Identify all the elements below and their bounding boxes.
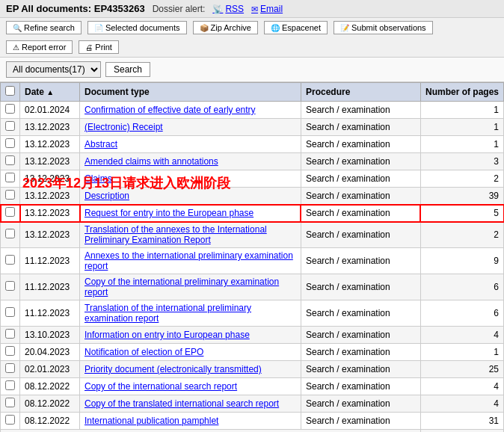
row-doc-type: Request for entry into the European phas… [80,205,301,222]
row-doc-type: Notification of election of EPO [80,344,301,361]
row-checkbox[interactable] [5,307,15,317]
search-button[interactable]: Search [105,62,150,77]
doc-link[interactable]: Copy of the translated international sea… [84,398,279,409]
header-procedure: Procedure [301,83,420,102]
row-pages: 4 [420,327,503,344]
submit-icon [340,23,349,32]
header-pages: Number of pages [420,83,503,102]
doc-link[interactable]: Amended claims with annotations [84,156,218,167]
row-date: 02.01.2023 [20,361,80,378]
doc-link[interactable]: International publication pamphlet [84,416,218,426]
email-link[interactable]: Email [251,4,283,14]
row-doc-type: Copy of the international search report [80,378,301,395]
row-checkbox[interactable] [5,155,15,165]
doc-link[interactable]: Translation of the annexes to the Intern… [84,224,267,245]
row-procedure: Search / examination [301,413,420,430]
row-pages: 1 [420,102,503,119]
row-checkbox[interactable] [5,281,15,291]
row-checkbox[interactable] [5,190,15,200]
row-checkbox[interactable] [5,207,15,217]
email-icon [251,4,258,14]
row-procedure: Search / examination [301,361,420,378]
row-date: 08.12.2022 [20,378,80,395]
print-button[interactable]: Print [79,40,119,54]
table-row: 13.12.2023 (Electronic) Receipt Search /… [1,119,504,136]
row-date: 13.12.2023 [20,222,80,248]
doc-link[interactable]: (Electronic) Receipt [84,122,163,132]
row-date: 13.10.2023 [20,327,80,344]
row-checkbox[interactable] [5,173,15,182]
doc-link[interactable]: Request for entry into the European phas… [84,208,253,218]
row-checkbox[interactable] [5,138,15,148]
rss-icon [212,4,223,14]
doc-link[interactable]: Translation of the international prelimi… [84,303,251,324]
table-row: 08.12.2022 International publication pam… [1,413,504,430]
row-procedure: Search / examination [301,327,420,344]
row-checkbox-cell [1,395,20,413]
row-checkbox[interactable] [5,329,15,339]
table-row: 13.12.2023 Claims Search / examination 2 [1,170,504,188]
table-row: 11.12.2023 Copy of the international pre… [1,274,504,300]
doc-link[interactable]: Notification of election of EPO [84,347,203,357]
select-all-checkbox[interactable] [5,86,15,96]
row-checkbox[interactable] [5,346,15,356]
doc-link[interactable]: Description [84,191,129,201]
row-doc-type: Translation of the international prelimi… [80,300,301,327]
row-checkbox[interactable] [5,255,15,265]
row-checkbox-cell [1,119,20,136]
table-row: 13.12.2023 Amended claims with annotatio… [1,153,504,170]
row-checkbox[interactable] [5,398,15,407]
row-checkbox[interactable] [5,415,15,425]
rss-link[interactable]: RSS [212,4,244,14]
row-checkbox-cell [1,222,20,248]
toolbar: Refine search Selected documents Zip Arc… [0,18,504,58]
doc-link[interactable]: Information on entry into European phase [84,330,250,340]
doc-link[interactable]: Priority document (electronically transm… [84,364,262,374]
row-pages: 2 [420,222,503,248]
header-checkbox-col [1,83,20,102]
row-checkbox-cell [1,378,20,395]
row-checkbox-cell [1,413,20,430]
row-doc-type: Abstract [80,136,301,153]
row-procedure: Search / examination [301,378,420,395]
row-procedure: Search / examination [301,119,420,136]
doc-link[interactable]: Abstract [84,139,117,149]
row-doc-type: Annexes to the international preliminary… [80,248,301,274]
row-checkbox[interactable] [5,104,15,114]
page-container: EP All documents: EP4353263 Dossier aler… [0,0,504,432]
row-doc-type: Copy of the translated international sea… [80,395,301,413]
table-row: 13.12.2023 Description Search / examinat… [1,188,504,205]
zip-icon [200,23,209,32]
row-checkbox[interactable] [5,363,15,373]
doc-link[interactable]: Copy of the international preliminary ex… [84,277,279,297]
row-date: 20.04.2023 [20,344,80,361]
doc-link[interactable]: Annexes to the international preliminary… [84,250,293,271]
row-checkbox[interactable] [5,121,15,131]
doc-link[interactable]: Confirmation of effective date of early … [84,105,256,115]
report-icon [13,43,19,52]
selected-documents-button[interactable]: Selected documents [87,21,187,34]
submit-observations-button[interactable]: Submit observations [334,21,433,34]
doc-link[interactable]: Copy of the international search report [84,381,237,392]
zip-archive-button[interactable]: Zip Archive [193,21,258,34]
page-title: EP All documents: EP4353263 [6,3,145,14]
row-date: 11.12.2023 [20,274,80,300]
row-checkbox[interactable] [5,380,15,390]
header-date[interactable]: Date ▲ [20,83,80,102]
report-error-button[interactable]: Report error [6,40,73,54]
row-checkbox-cell [1,153,20,170]
document-filter-select[interactable]: All documents(17) [6,61,101,78]
table-row: 11.12.2023 Annexes to the international … [1,248,504,274]
row-date: 13.12.2023 [20,170,80,188]
row-checkbox-cell [1,274,20,300]
row-date: 13.12.2023 [20,136,80,153]
doc-link[interactable]: Claims [84,173,112,184]
date-sort-icon: ▲ [46,88,54,96]
refine-search-button[interactable]: Refine search [6,21,82,34]
espacenet-button[interactable]: Espacenet [264,21,328,34]
row-checkbox[interactable] [5,229,15,238]
row-doc-type: Priority document (electronically transm… [80,361,301,378]
row-date: 02.01.2024 [20,102,80,119]
row-procedure: Search / examination [301,102,420,119]
row-procedure: Search / examination [301,274,420,300]
